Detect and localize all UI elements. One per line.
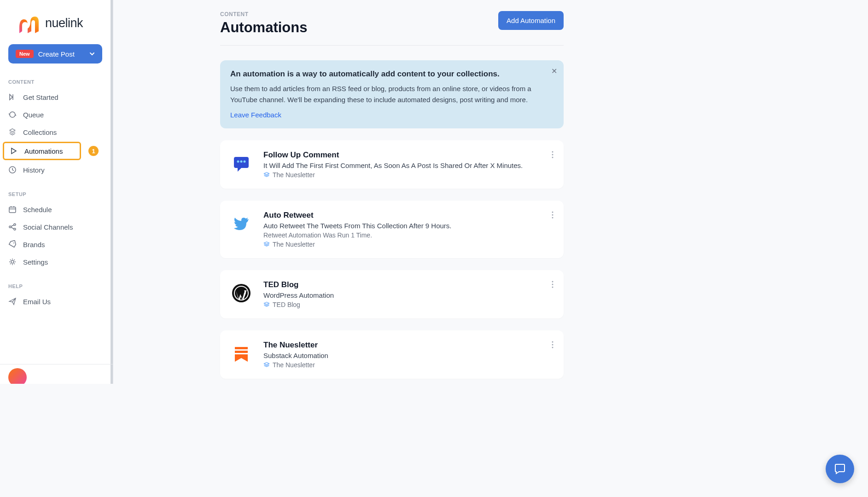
tag-icon [8,240,17,248]
layers-icon [8,128,17,136]
automation-title: Auto Retweet [263,211,553,220]
svg-rect-24 [235,351,248,353]
leave-feedback-link[interactable]: Leave Feedback [230,111,281,119]
svg-rect-23 [235,347,248,349]
info-title: An automation is a way to automatically … [230,69,553,79]
brand-name: nuelink [45,16,83,30]
gear-icon [8,258,17,266]
svg-point-25 [552,341,553,343]
create-post-label: Create Post [38,50,75,58]
sidebar-item-settings[interactable]: Settings [0,253,111,271]
automation-collection[interactable]: TED Blog [263,301,553,308]
play-icon [10,147,18,155]
add-automation-button[interactable]: Add Automation [498,11,564,30]
svg-point-8 [237,161,239,163]
svg-point-26 [552,344,553,346]
svg-point-21 [552,284,553,285]
card-menu-button[interactable] [550,339,555,351]
main-content: CONTENT Automations Add Automation ✕ An … [113,0,670,384]
svg-point-5 [13,243,14,243]
sidebar-item-schedule[interactable]: Schedule [0,201,111,218]
automation-title: Follow Up Comment [263,150,553,160]
automations-count-badge: 1 [88,146,99,156]
svg-point-14 [552,212,553,213]
sidebar-item-email-us[interactable]: Email Us [0,293,111,310]
automation-title: The Nuesletter [263,341,553,350]
svg-point-9 [240,161,243,163]
user-avatar[interactable] [8,368,27,384]
send-icon [8,297,17,306]
play-forward-icon [8,93,17,101]
card-menu-button[interactable] [550,149,555,161]
automation-description: WordPress Automation [263,291,553,299]
svg-rect-1 [9,207,16,213]
page-header: CONTENT Automations Add Automation [220,11,564,46]
share-icon [8,223,17,231]
automation-collection[interactable]: The Nuesletter [263,241,553,248]
sidebar-item-history[interactable]: History [0,161,111,179]
layers-icon [263,362,270,368]
sidebar-item-brands[interactable]: Brands [0,236,111,253]
substack-icon [231,343,251,364]
layers-icon [263,172,270,178]
page-eyebrow: CONTENT [220,11,307,17]
sidebar-item-automations[interactable]: Automations [3,142,81,160]
card-menu-button[interactable] [550,209,555,221]
automation-title: TED Blog [263,280,553,289]
svg-point-16 [552,217,553,219]
section-label-setup: SETUP [0,185,111,201]
svg-point-2 [9,226,11,228]
automation-card[interactable]: Auto Retweet Auto Retweet The Tweets Fro… [220,201,564,258]
automation-description: It Will Add The First First Comment, As … [263,162,553,169]
chevron-down-icon [89,51,95,57]
card-menu-button[interactable] [550,278,555,290]
calendar-icon [8,205,17,214]
layers-icon [263,301,270,308]
svg-point-4 [14,228,16,230]
automation-collection[interactable]: The Nuesletter [263,361,553,369]
sidebar: nuelink New Create Post CONTENT Get Star… [0,0,113,384]
layers-icon [263,241,270,248]
page-title: Automations [220,19,307,36]
automation-description: Substack Automation [263,352,553,359]
section-label-content: CONTENT [0,73,111,88]
sidebar-item-get-started[interactable]: Get Started [0,88,111,106]
sidebar-item-queue[interactable]: Queue [0,106,111,123]
close-icon[interactable]: ✕ [551,67,557,75]
automation-card[interactable]: Follow Up Comment It Will Add The First … [220,140,564,189]
svg-point-11 [552,151,553,153]
comment-icon [231,153,251,173]
automation-collection[interactable]: The Nuesletter [263,171,553,179]
new-badge: New [16,50,34,58]
refresh-icon [8,110,17,119]
svg-point-10 [244,161,246,163]
clock-icon [8,166,17,174]
info-banner: ✕ An automation is a way to automaticall… [220,60,564,128]
svg-point-6 [11,260,14,263]
svg-point-22 [552,287,553,288]
logo-icon [17,13,41,33]
create-post-button[interactable]: New Create Post [8,44,102,64]
sidebar-item-collections[interactable]: Collections [0,123,111,141]
sidebar-item-social-channels[interactable]: Social Channels [0,218,111,236]
automation-card[interactable]: TED Blog WordPress Automation TED Blog [220,270,564,318]
svg-point-3 [14,224,16,225]
svg-point-15 [552,214,553,216]
brand-logo[interactable]: nuelink [0,0,111,44]
section-label-help: HELP [0,277,111,293]
automation-card[interactable]: The Nuesletter Substack Automation The N… [220,330,564,379]
svg-point-27 [552,347,553,348]
twitter-icon [231,214,251,234]
automation-description: Auto Retweet The Tweets From This Collec… [263,222,553,230]
wordpress-icon [231,283,251,303]
info-body: Use them to add articles from an RSS fee… [230,83,553,105]
svg-point-13 [552,157,553,158]
svg-point-20 [552,281,553,283]
automation-meta: Retweet Automation Was Run 1 Time. [263,231,553,239]
svg-point-12 [552,154,553,156]
